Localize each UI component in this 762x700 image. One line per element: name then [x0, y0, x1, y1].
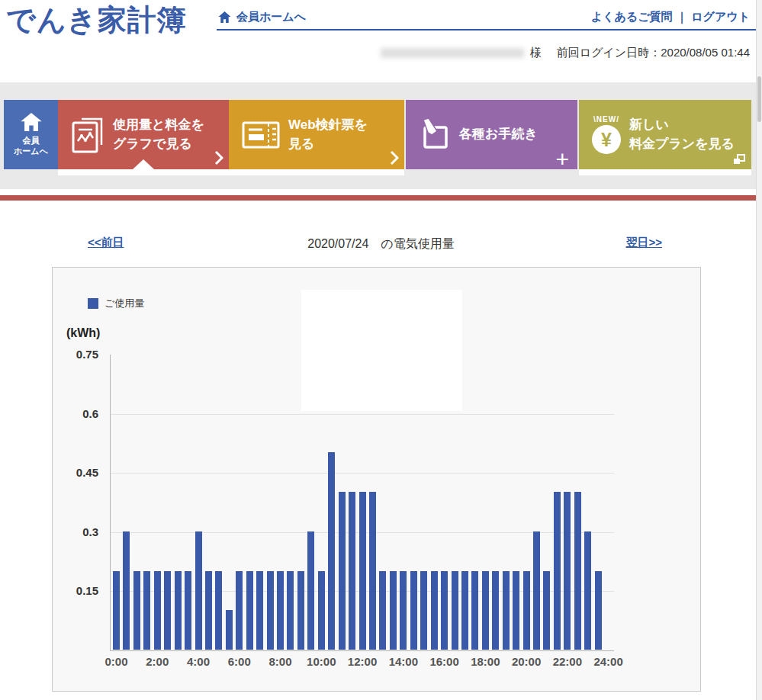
new-badge: \NEW/ — [592, 115, 621, 124]
tab-new-plan[interactable]: \NEW/ ¥ 新しい 料金プランを見る — [579, 100, 751, 169]
usage-bar — [441, 571, 448, 650]
usage-bar — [215, 571, 222, 650]
usage-bar — [277, 571, 284, 650]
scrollbar-track[interactable] — [756, 0, 762, 700]
legend-swatch — [88, 298, 98, 309]
usage-bar — [318, 571, 325, 650]
x-axis-line — [110, 650, 614, 651]
yen-circle-icon: \NEW/ ¥ — [592, 115, 621, 154]
accent-bar — [0, 195, 762, 201]
y-axis-unit: (kWh) — [66, 326, 100, 340]
scrollbar-thumb[interactable] — [757, 76, 761, 122]
usage-bar — [420, 571, 427, 650]
usage-bar — [164, 571, 171, 650]
x-tick-label: 18:00 — [462, 655, 508, 668]
redacted-overlay — [301, 290, 462, 411]
usage-bar — [554, 492, 561, 650]
meter-slip-icon — [242, 121, 280, 149]
header-links: よくあるご質問 ｜ ログアウト — [591, 10, 750, 24]
usage-bar — [123, 531, 130, 650]
usage-bar — [236, 571, 243, 650]
user-info: 様 前回ログイン日時：2020/08/05 01:44 — [381, 46, 750, 60]
user-email-redacted — [381, 48, 524, 58]
tab-procedures[interactable]: 各種お手続き + — [406, 100, 577, 169]
usage-bar — [195, 531, 202, 650]
usage-bar — [431, 571, 438, 650]
usage-bar — [226, 610, 233, 650]
x-tick-label: 2:00 — [134, 655, 180, 668]
home-icon — [218, 11, 231, 23]
usage-bar — [328, 452, 335, 650]
tab-web-meter[interactable]: Web検針票を 見る — [229, 100, 404, 169]
y-axis-line — [110, 355, 111, 651]
tab-member-home[interactable]: 会員 ホームへ — [4, 100, 58, 169]
usage-bar — [267, 571, 274, 650]
x-tick-label: 24:00 — [586, 655, 632, 668]
usage-bar — [379, 571, 386, 650]
usage-bar — [390, 571, 397, 650]
usage-bar — [584, 531, 591, 650]
usage-bar — [574, 492, 581, 650]
x-tick-label: 10:00 — [298, 655, 344, 668]
usage-bar — [471, 571, 478, 650]
tab-label: 各種お手続き — [459, 125, 538, 144]
site-logo: でんき家計簿 — [6, 1, 187, 40]
usage-bar — [461, 571, 468, 650]
member-home-label: 会員ホームへ — [236, 10, 306, 24]
usage-bar — [349, 492, 355, 650]
tab-label: 使用量と料金を グラフで見る — [113, 116, 204, 153]
tab-label: 会員 ホームへ — [14, 135, 48, 157]
chart-legend: ご使用量 — [88, 297, 144, 310]
chart-panel: ご使用量 (kWh) 0:002:004:006:008:0010:0012:0… — [52, 267, 701, 692]
x-tick-label: 22:00 — [545, 655, 590, 668]
tab-label: 新しい 料金プランを見る — [629, 116, 735, 153]
y-tick-label: 0.6 — [57, 407, 98, 420]
usage-bar — [133, 571, 140, 650]
usage-bar — [595, 571, 602, 650]
y-tick-label: 0.75 — [57, 348, 98, 361]
usage-bar — [369, 492, 376, 650]
x-tick-label: 8:00 — [258, 655, 304, 668]
tab-underline — [58, 169, 404, 175]
x-tick-label: 12:00 — [339, 655, 385, 668]
faq-link[interactable]: よくあるご質問 — [591, 10, 673, 24]
legend-label: ご使用量 — [104, 297, 144, 310]
chevron-right-icon — [214, 150, 223, 165]
x-tick-label: 14:00 — [381, 655, 426, 668]
link-separator: ｜ — [677, 10, 688, 24]
main-nav: 会員 ホームへ 使用量と料金を グラフで見る — [0, 82, 762, 189]
usage-bar — [113, 571, 120, 650]
usage-bar — [523, 571, 530, 650]
usage-bar — [533, 531, 540, 650]
last-login: 前回ログイン日時：2020/08/05 01:44 — [557, 46, 750, 60]
usage-bar — [297, 571, 304, 650]
next-day-link[interactable]: 翌日>> — [625, 236, 662, 250]
usage-bar — [543, 571, 550, 650]
usage-bar — [185, 571, 191, 650]
usage-bar — [513, 571, 519, 650]
gridline — [111, 414, 614, 415]
pencil-square-icon — [419, 118, 451, 152]
usage-bar — [359, 492, 366, 650]
x-tick-label: 4:00 — [175, 655, 221, 668]
usage-bar — [287, 571, 294, 650]
usage-bar — [246, 571, 253, 650]
chevron-right-icon — [390, 150, 399, 165]
member-home-link[interactable]: 会員ホームへ — [218, 10, 306, 24]
logout-link[interactable]: ログアウト — [691, 10, 750, 24]
active-tab-pointer — [133, 159, 154, 169]
gridline — [111, 473, 614, 474]
y-tick-label: 0.45 — [57, 466, 98, 479]
usage-bar — [205, 571, 212, 650]
usage-bar — [339, 492, 346, 650]
external-link-icon — [733, 154, 745, 165]
usage-bar — [256, 571, 263, 650]
usage-bar — [482, 571, 489, 650]
usage-bar — [410, 571, 417, 650]
x-tick-label: 0:00 — [94, 655, 140, 668]
x-tick-label: 16:00 — [422, 655, 468, 668]
usage-bar — [492, 571, 499, 650]
usage-bar — [154, 571, 161, 650]
usage-bar — [503, 571, 510, 650]
x-tick-label: 6:00 — [217, 655, 262, 668]
